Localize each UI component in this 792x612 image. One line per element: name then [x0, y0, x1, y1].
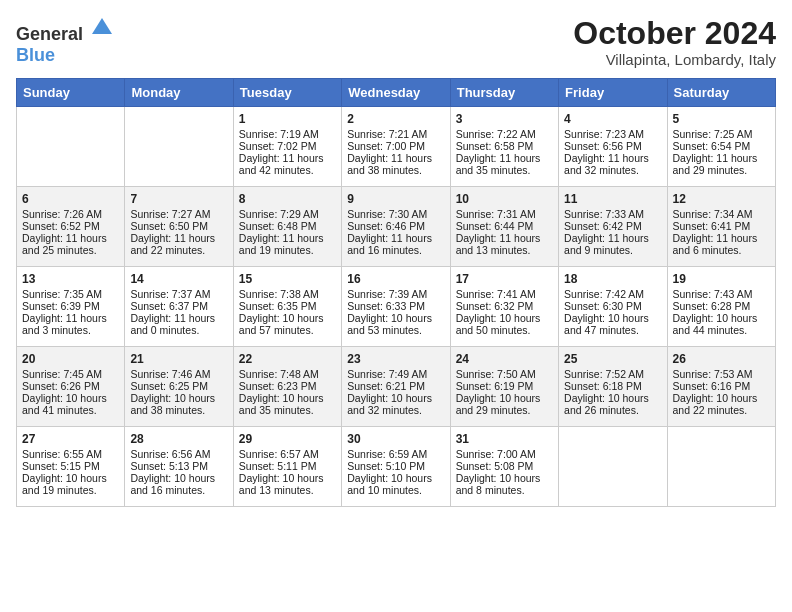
page-subtitle: Villapinta, Lombardy, Italy: [573, 51, 776, 68]
day-info: Sunset: 6:23 PM: [239, 380, 336, 392]
day-number: 3: [456, 112, 553, 126]
day-info: Daylight: 10 hours and 29 minutes.: [456, 392, 553, 416]
day-info: Sunrise: 7:53 AM: [673, 368, 770, 380]
day-info: Sunset: 6:44 PM: [456, 220, 553, 232]
page-header: General Blue October 2024 Villapinta, Lo…: [16, 16, 776, 68]
calendar-cell: 17Sunrise: 7:41 AMSunset: 6:32 PMDayligh…: [450, 267, 558, 347]
calendar-cell: 5Sunrise: 7:25 AMSunset: 6:54 PMDaylight…: [667, 107, 775, 187]
day-number: 27: [22, 432, 119, 446]
day-number: 21: [130, 352, 227, 366]
day-info: Sunrise: 7:22 AM: [456, 128, 553, 140]
day-info: Sunset: 6:19 PM: [456, 380, 553, 392]
calendar-week-2: 6Sunrise: 7:26 AMSunset: 6:52 PMDaylight…: [17, 187, 776, 267]
day-info: Daylight: 11 hours and 42 minutes.: [239, 152, 336, 176]
day-info: Daylight: 10 hours and 10 minutes.: [347, 472, 444, 496]
day-info: Sunset: 6:42 PM: [564, 220, 661, 232]
day-info: Sunrise: 6:59 AM: [347, 448, 444, 460]
day-info: Sunrise: 7:34 AM: [673, 208, 770, 220]
day-info: Daylight: 10 hours and 13 minutes.: [239, 472, 336, 496]
day-info: Daylight: 11 hours and 16 minutes.: [347, 232, 444, 256]
day-info: Daylight: 11 hours and 9 minutes.: [564, 232, 661, 256]
logo-text: General Blue: [16, 16, 114, 66]
calendar-cell: 15Sunrise: 7:38 AMSunset: 6:35 PMDayligh…: [233, 267, 341, 347]
day-number: 25: [564, 352, 661, 366]
day-info: Daylight: 10 hours and 50 minutes.: [456, 312, 553, 336]
calendar-cell: 13Sunrise: 7:35 AMSunset: 6:39 PMDayligh…: [17, 267, 125, 347]
calendar-cell: 8Sunrise: 7:29 AMSunset: 6:48 PMDaylight…: [233, 187, 341, 267]
day-info: Sunset: 5:10 PM: [347, 460, 444, 472]
calendar-cell: 6Sunrise: 7:26 AMSunset: 6:52 PMDaylight…: [17, 187, 125, 267]
weekday-header-wednesday: Wednesday: [342, 79, 450, 107]
day-info: Daylight: 11 hours and 19 minutes.: [239, 232, 336, 256]
day-info: Sunrise: 7:46 AM: [130, 368, 227, 380]
calendar-table: SundayMondayTuesdayWednesdayThursdayFrid…: [16, 78, 776, 507]
day-info: Sunset: 7:00 PM: [347, 140, 444, 152]
day-info: Sunset: 5:11 PM: [239, 460, 336, 472]
day-number: 28: [130, 432, 227, 446]
day-info: Sunrise: 7:37 AM: [130, 288, 227, 300]
day-number: 9: [347, 192, 444, 206]
day-info: Daylight: 10 hours and 53 minutes.: [347, 312, 444, 336]
day-info: Sunrise: 7:26 AM: [22, 208, 119, 220]
day-info: Daylight: 11 hours and 29 minutes.: [673, 152, 770, 176]
calendar-cell: 14Sunrise: 7:37 AMSunset: 6:37 PMDayligh…: [125, 267, 233, 347]
day-info: Sunset: 6:41 PM: [673, 220, 770, 232]
day-info: Sunrise: 7:43 AM: [673, 288, 770, 300]
day-number: 13: [22, 272, 119, 286]
day-number: 10: [456, 192, 553, 206]
title-block: October 2024 Villapinta, Lombardy, Italy: [573, 16, 776, 68]
day-number: 14: [130, 272, 227, 286]
day-info: Daylight: 11 hours and 32 minutes.: [564, 152, 661, 176]
day-info: Sunset: 6:16 PM: [673, 380, 770, 392]
calendar-cell: 28Sunrise: 6:56 AMSunset: 5:13 PMDayligh…: [125, 427, 233, 507]
day-info: Sunset: 6:46 PM: [347, 220, 444, 232]
day-info: Sunrise: 7:50 AM: [456, 368, 553, 380]
weekday-header-monday: Monday: [125, 79, 233, 107]
day-number: 16: [347, 272, 444, 286]
day-number: 11: [564, 192, 661, 206]
day-info: Sunrise: 7:38 AM: [239, 288, 336, 300]
day-info: Daylight: 11 hours and 3 minutes.: [22, 312, 119, 336]
day-info: Sunset: 6:54 PM: [673, 140, 770, 152]
calendar-cell: 9Sunrise: 7:30 AMSunset: 6:46 PMDaylight…: [342, 187, 450, 267]
calendar-week-5: 27Sunrise: 6:55 AMSunset: 5:15 PMDayligh…: [17, 427, 776, 507]
logo-general: General: [16, 24, 83, 44]
day-number: 22: [239, 352, 336, 366]
day-number: 7: [130, 192, 227, 206]
day-info: Sunrise: 7:42 AM: [564, 288, 661, 300]
day-number: 6: [22, 192, 119, 206]
svg-marker-0: [92, 18, 112, 34]
weekday-header-row: SundayMondayTuesdayWednesdayThursdayFrid…: [17, 79, 776, 107]
day-number: 17: [456, 272, 553, 286]
calendar-cell: 12Sunrise: 7:34 AMSunset: 6:41 PMDayligh…: [667, 187, 775, 267]
calendar-cell: 22Sunrise: 7:48 AMSunset: 6:23 PMDayligh…: [233, 347, 341, 427]
day-info: Sunrise: 6:57 AM: [239, 448, 336, 460]
day-info: Sunrise: 7:49 AM: [347, 368, 444, 380]
day-info: Sunset: 6:39 PM: [22, 300, 119, 312]
day-info: Daylight: 10 hours and 19 minutes.: [22, 472, 119, 496]
day-number: 5: [673, 112, 770, 126]
day-number: 4: [564, 112, 661, 126]
day-info: Daylight: 11 hours and 13 minutes.: [456, 232, 553, 256]
day-info: Sunrise: 7:00 AM: [456, 448, 553, 460]
calendar-cell: 21Sunrise: 7:46 AMSunset: 6:25 PMDayligh…: [125, 347, 233, 427]
day-number: 20: [22, 352, 119, 366]
logo-icon: [90, 16, 114, 40]
day-number: 8: [239, 192, 336, 206]
day-info: Sunrise: 7:27 AM: [130, 208, 227, 220]
calendar-cell: 1Sunrise: 7:19 AMSunset: 7:02 PMDaylight…: [233, 107, 341, 187]
day-number: 1: [239, 112, 336, 126]
day-info: Sunset: 6:35 PM: [239, 300, 336, 312]
day-info: Daylight: 10 hours and 41 minutes.: [22, 392, 119, 416]
calendar-cell: 25Sunrise: 7:52 AMSunset: 6:18 PMDayligh…: [559, 347, 667, 427]
day-info: Sunrise: 7:25 AM: [673, 128, 770, 140]
calendar-cell: 3Sunrise: 7:22 AMSunset: 6:58 PMDaylight…: [450, 107, 558, 187]
logo: General Blue: [16, 16, 114, 66]
day-info: Sunset: 6:25 PM: [130, 380, 227, 392]
day-number: 19: [673, 272, 770, 286]
calendar-cell: [17, 107, 125, 187]
calendar-cell: [559, 427, 667, 507]
day-info: Sunrise: 7:23 AM: [564, 128, 661, 140]
day-info: Sunrise: 7:21 AM: [347, 128, 444, 140]
weekday-header-saturday: Saturday: [667, 79, 775, 107]
